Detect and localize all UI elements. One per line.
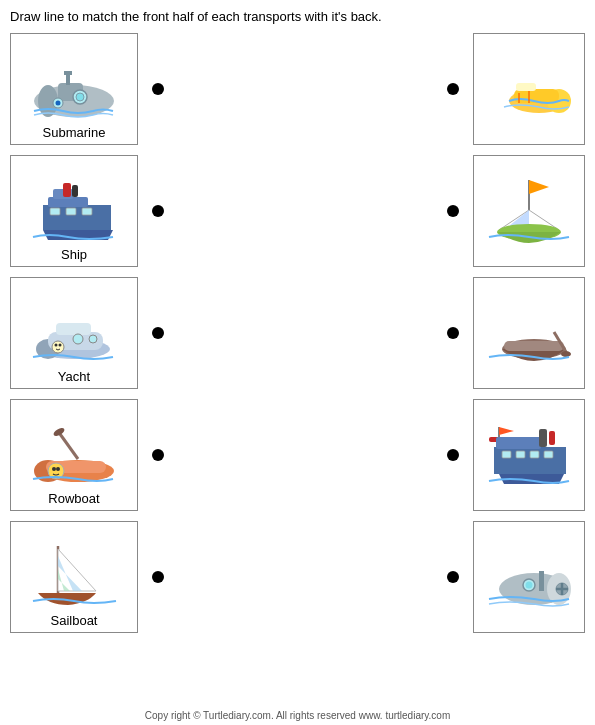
left-dot-ship — [152, 205, 164, 217]
right-card-row2 — [473, 155, 585, 267]
dot-right-row5 — [433, 571, 473, 583]
submarine-front-image — [27, 51, 122, 123]
svg-point-34 — [55, 344, 58, 347]
left-card-ship: Ship — [10, 155, 138, 267]
svg-point-35 — [59, 344, 62, 347]
svg-point-32 — [89, 335, 97, 343]
yacht-label: Yacht — [58, 369, 90, 384]
svg-rect-12 — [516, 83, 536, 91]
svg-rect-55 — [549, 431, 555, 445]
svg-rect-57 — [516, 451, 525, 458]
right-card-row3 — [473, 277, 585, 389]
svg-point-31 — [73, 334, 83, 344]
ship-label: Ship — [61, 247, 87, 262]
svg-marker-23 — [529, 180, 549, 194]
svg-rect-37 — [504, 341, 564, 351]
submarine-label: Submarine — [43, 125, 106, 140]
svg-rect-19 — [50, 208, 60, 215]
dot-left-sailboat — [138, 571, 178, 583]
dot-right-row1 — [433, 83, 473, 95]
rowboat-label: Rowboat — [48, 491, 99, 506]
svg-marker-50 — [499, 427, 514, 435]
dot-left-ship — [138, 205, 178, 217]
svg-rect-58 — [530, 451, 539, 458]
instruction: Draw line to match the front half of eac… — [0, 0, 595, 30]
left-dot-yacht — [152, 327, 164, 339]
left-card-yacht: Yacht — [10, 277, 138, 389]
right-dot-row4 — [447, 449, 459, 461]
svg-rect-4 — [64, 71, 72, 75]
rowboat-front-image — [27, 417, 122, 489]
right-dot-row2 — [447, 205, 459, 217]
dot-right-row3 — [433, 327, 473, 339]
sailboat-label: Sailboat — [51, 613, 98, 628]
svg-rect-18 — [72, 185, 78, 197]
row-yacht: Yacht — [10, 274, 585, 392]
left-dot-submarine — [152, 83, 164, 95]
yacht-front-image — [27, 295, 122, 367]
right-card-row1 — [473, 33, 585, 145]
svg-rect-17 — [63, 183, 71, 197]
svg-rect-21 — [82, 208, 92, 215]
left-card-rowboat: Rowboat — [10, 399, 138, 511]
svg-rect-54 — [539, 429, 547, 447]
right-card-row5 — [473, 521, 585, 633]
dot-right-row2 — [433, 205, 473, 217]
right-card-row4 — [473, 399, 585, 511]
svg-rect-30 — [56, 323, 91, 335]
footer: Copy right © Turtlediary.com. All rights… — [0, 707, 595, 723]
svg-point-47 — [52, 427, 65, 438]
svg-rect-59 — [544, 451, 553, 458]
matching-area: Submarine — [0, 30, 595, 636]
svg-rect-20 — [66, 208, 76, 215]
dot-left-yacht — [138, 327, 178, 339]
svg-point-44 — [52, 467, 56, 471]
svg-point-45 — [56, 467, 60, 471]
left-card-submarine: Submarine — [10, 33, 138, 145]
row-ship: Ship — [10, 152, 585, 270]
svg-point-71 — [526, 582, 533, 589]
left-dot-rowboat — [152, 449, 164, 461]
svg-point-33 — [52, 341, 64, 353]
sailboat-front-image — [27, 539, 122, 611]
left-card-sailboat: Sailboat — [10, 521, 138, 633]
svg-point-6 — [76, 93, 84, 101]
dot-left-submarine — [138, 83, 178, 95]
right-dot-row5 — [447, 571, 459, 583]
dot-right-row4 — [433, 449, 473, 461]
svg-rect-56 — [502, 451, 511, 458]
right-dot-row1 — [447, 83, 459, 95]
svg-point-8 — [56, 101, 61, 106]
row-sailboat: Sailboat — [10, 518, 585, 636]
svg-rect-53 — [496, 437, 541, 449]
row-rowboat: Rowboat — [10, 396, 585, 514]
dot-left-rowboat — [138, 449, 178, 461]
right-dot-row3 — [447, 327, 459, 339]
svg-rect-69 — [539, 571, 544, 591]
svg-line-46 — [60, 434, 78, 459]
row-submarine: Submarine — [10, 30, 585, 148]
svg-point-39 — [561, 351, 571, 357]
ship-front-image — [27, 173, 122, 245]
left-dot-sailboat — [152, 571, 164, 583]
